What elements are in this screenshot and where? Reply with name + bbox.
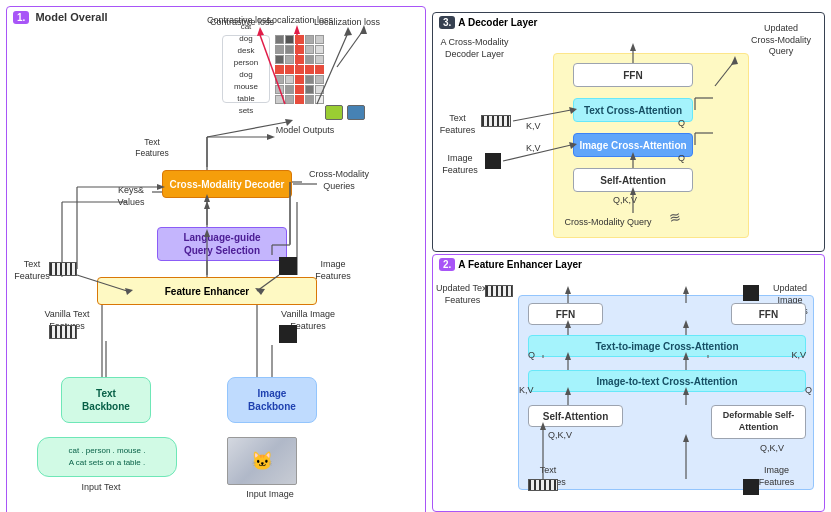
decoder-layer-section: 3.A Decoder Layer A Cross-ModalityDecode… <box>432 12 825 252</box>
decoder-label: 3.A Decoder Layer <box>439 17 537 28</box>
cat-image: 🐱 <box>227 437 297 485</box>
image-features-square <box>279 257 297 275</box>
left-panel-label: 1. Model Overall <box>13 11 108 23</box>
qkv-enhancer-1: Q,K,V <box>548 430 572 442</box>
self-attention-decoder-box: Self-Attention <box>573 168 693 192</box>
text-features-top-label: Text Features <box>132 137 172 159</box>
input-image-label: Input Image <box>235 489 305 501</box>
text-cross-attention-box: Text Cross-Attention <box>573 98 693 122</box>
deformable-box: Deformable Self-Attention <box>711 405 806 439</box>
updated-text-stripe <box>485 285 513 297</box>
updated-text-label: Updated Text Features <box>435 283 490 306</box>
text-features-left-label: Text Features <box>11 259 53 282</box>
image-features-decoder-sq <box>485 153 501 169</box>
text-features-decoder-label: Text Features <box>435 113 480 136</box>
ffn2-box: FFN <box>731 303 806 325</box>
image-features-decoder-label: Image Features <box>435 153 485 176</box>
localization-label: Localization loss <box>307 17 387 29</box>
right-panel: 3.A Decoder Layer A Cross-ModalityDecode… <box>432 6 825 512</box>
output-matrix <box>275 35 324 104</box>
diagonal-symbol: ≋ <box>668 208 683 226</box>
input-text-box: cat . person . mouse .A cat sets on a ta… <box>37 437 177 477</box>
self-attention-enhancer-box: Self-Attention <box>528 405 623 427</box>
enhancer-label: 2.A Feature Enhancer Layer <box>439 259 582 270</box>
qkv-decoder-label: Q,K,V <box>613 195 637 207</box>
vanilla-image-square <box>279 325 297 343</box>
kv-label-2: K,V <box>526 143 541 155</box>
left-panel: 1. Model Overall <box>6 6 426 512</box>
kv-enhancer-1: K,V <box>791 350 806 362</box>
model-outputs-label: Model Outputs <box>265 125 345 137</box>
cross-modality-queries-label: Cross-Modality Queries <box>299 169 379 192</box>
small-img2 <box>347 105 365 120</box>
input-text-label: Input Text <box>61 482 141 494</box>
enhancer-layer-section: 2.A Feature Enhancer Layer Updated Text … <box>432 254 825 512</box>
q-label-1: Q <box>678 118 685 130</box>
image-features-enhancer-sq <box>743 479 759 495</box>
qkv-enhancer-2: Q,K,V <box>760 443 784 455</box>
feature-enhancer-box: Feature Enhancer <box>97 277 317 305</box>
updated-image-sq <box>743 285 759 301</box>
decoder-sub-label: A Cross-ModalityDecoder Layer <box>437 37 512 60</box>
svg-marker-50 <box>630 43 636 51</box>
ffn1-box: FFN <box>528 303 603 325</box>
q-enhancer-2: Q <box>805 385 812 397</box>
text-features-decoder-stripe <box>481 115 511 127</box>
text-features-enhancer-stripe <box>528 479 558 491</box>
text-features-stripe <box>49 262 77 276</box>
kv-label-1: K,V <box>526 121 541 133</box>
class-list-box: catdogdeskpersondogmousetablesets <box>222 35 270 103</box>
image-cross-attention-box: Image Cross-Attention <box>573 133 693 157</box>
svg-marker-12 <box>204 201 210 209</box>
q-label-2: Q <box>678 153 685 165</box>
kv-enhancer-2: K,V <box>519 385 534 397</box>
updated-cross-modality-label: UpdatedCross-ModalityQuery <box>746 23 816 58</box>
cross-modality-decoder-box: Cross-Modality Decoder <box>162 170 292 198</box>
small-img1 <box>325 105 343 120</box>
language-guide-box: Language-guideQuery Selection <box>157 227 287 261</box>
q-enhancer-1: Q <box>528 350 535 362</box>
keys-values-label: Keys& Values <box>107 185 155 208</box>
svg-line-21 <box>337 32 362 67</box>
svg-marker-70 <box>565 286 571 294</box>
image-backbone-box: ImageBackbone <box>227 377 317 423</box>
diagram-container: 1. Model Overall <box>0 0 831 512</box>
text-backbone-box: TextBackbone <box>61 377 151 423</box>
vanilla-text-stripe <box>49 325 77 339</box>
svg-marker-72 <box>683 286 689 294</box>
text-to-image-box: Text-to-image Cross-Attention <box>528 335 806 357</box>
image-to-text-box: Image-to-text Cross-Attention <box>528 370 806 392</box>
ffn-decoder-box: FFN <box>573 63 693 87</box>
cross-modality-query-label: Cross-Modality Query <box>543 217 673 229</box>
